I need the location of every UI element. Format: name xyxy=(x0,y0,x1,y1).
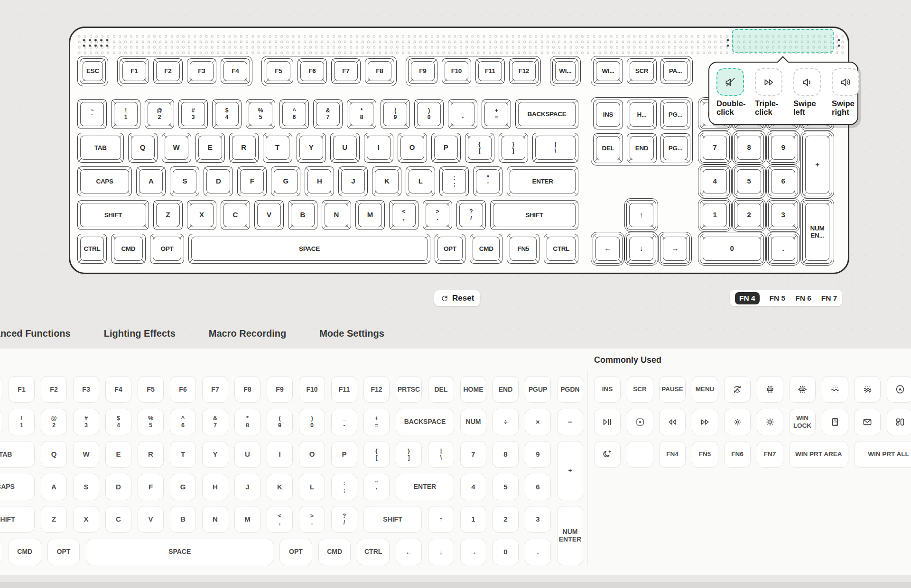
key-f11[interactable]: F11 xyxy=(475,58,505,84)
common-key-fn4[interactable]: FN4 xyxy=(659,441,686,468)
key-r[interactable]: R xyxy=(229,133,259,163)
pick-key-w[interactable]: W xyxy=(73,441,99,468)
key-f4[interactable]: F4 xyxy=(221,58,250,84)
fn-tab-fn-7[interactable]: FN 7 xyxy=(821,294,837,303)
key-arrow-down[interactable]: ↓ xyxy=(626,234,656,264)
pick-key-a[interactable]: A xyxy=(41,474,67,500)
pick-key-l[interactable]: L xyxy=(299,474,325,500)
pick-key-b[interactable]: B xyxy=(170,506,196,533)
pick-key-4[interactable]: $4 xyxy=(105,409,131,435)
tab-lighting-effects[interactable]: Lighting Effects xyxy=(104,328,176,339)
pick-key-enter[interactable]: ENTER xyxy=(396,474,454,500)
pick-key-symbol[interactable]: × xyxy=(525,409,551,435)
pick-key-del[interactable]: DEL xyxy=(428,376,454,403)
pick-key-9[interactable]: (9 xyxy=(267,409,293,435)
key-f8[interactable]: F8 xyxy=(365,58,394,84)
pick-key-num[interactable]: NUM xyxy=(460,409,486,435)
key-w[interactable]: W xyxy=(162,133,191,163)
key-3[interactable]: 3 xyxy=(768,200,798,230)
key-4[interactable]: 4 xyxy=(700,166,730,196)
pick-key-f2[interactable]: F2 xyxy=(41,376,67,403)
pick-key-symbol[interactable]: |\ xyxy=(428,441,454,468)
pick-key-f10[interactable]: F10 xyxy=(299,376,325,403)
key-p[interactable]: P xyxy=(431,133,461,163)
fn-tab-fn-4[interactable]: FN 4 xyxy=(735,292,760,304)
pick-key-ctrl[interactable]: CTRL xyxy=(357,539,390,565)
key-symbol[interactable]: :; xyxy=(439,166,469,196)
key-shift[interactable]: SHIFT xyxy=(490,200,578,230)
pick-key-f11[interactable]: F11 xyxy=(331,376,357,403)
key-f[interactable]: F xyxy=(237,166,267,196)
pick-key-f8[interactable]: F8 xyxy=(234,376,260,403)
pick-key-symbol[interactable]: → xyxy=(460,539,486,565)
pick-key-e[interactable]: E xyxy=(105,441,131,468)
pick-key-y[interactable]: Y xyxy=(202,441,228,468)
pick-key-f9[interactable]: F9 xyxy=(267,376,293,403)
key-l[interactable]: L xyxy=(406,166,435,196)
common-key-backlight-bright[interactable] xyxy=(789,376,816,403)
pick-key-f4[interactable]: F4 xyxy=(105,376,131,403)
key-2[interactable]: @2 xyxy=(145,99,174,129)
pick-key-8[interactable]: 8 xyxy=(493,441,519,468)
pick-key-symbol[interactable]: <, xyxy=(267,506,293,533)
pick-key-f7[interactable]: F7 xyxy=(202,376,228,403)
key-space[interactable]: SPACE xyxy=(188,234,430,264)
pick-key-2[interactable]: @2 xyxy=(41,409,67,435)
pick-key-symbol[interactable]: ~` xyxy=(0,409,2,435)
reset-button[interactable]: Reset xyxy=(434,290,480,306)
key-fn5[interactable]: FN5 xyxy=(507,234,539,264)
common-key-rotate-a[interactable]: A xyxy=(724,376,751,403)
key-symbol[interactable]: }] xyxy=(499,133,528,163)
pick-key-f6[interactable]: F6 xyxy=(170,376,196,403)
key-8[interactable]: *8 xyxy=(347,99,376,129)
key-pg[interactable]: PG... xyxy=(660,133,690,163)
pick-key-f12[interactable]: F12 xyxy=(363,376,390,403)
common-key-app-switcher[interactable] xyxy=(887,409,911,435)
key-esc[interactable]: ESC xyxy=(80,58,106,84)
pick-key-symbol[interactable]: }] xyxy=(396,441,422,468)
pick-key-shift[interactable]: SHIFT xyxy=(0,506,35,533)
common-key-pause[interactable]: PAUSE xyxy=(659,376,686,403)
pick-key-1[interactable]: 1 xyxy=(460,506,486,533)
pick-key-numpad-plus[interactable]: + xyxy=(557,441,583,500)
common-key-ins[interactable]: INS xyxy=(594,376,621,403)
pick-key-7[interactable]: 7 xyxy=(460,441,486,468)
pick-key-i[interactable]: I xyxy=(267,441,293,468)
common-key-symbol[interactable] xyxy=(627,441,653,468)
pick-key-shift[interactable]: SHIFT xyxy=(363,506,422,533)
key-cmd[interactable]: CMD xyxy=(470,234,502,264)
pick-key-symbol[interactable]: − xyxy=(557,409,583,435)
key-0[interactable]: 0 xyxy=(700,234,764,264)
key-symbol[interactable]: ~` xyxy=(77,99,107,129)
pick-key-6[interactable]: 6 xyxy=(525,474,551,500)
common-key-win-prt-all[interactable]: WIN PRT ALL xyxy=(854,441,911,468)
pick-key-n[interactable]: N xyxy=(202,506,228,533)
pick-key-symbol[interactable]: :; xyxy=(331,474,357,500)
key-backspace[interactable]: BACKSPACE xyxy=(515,99,578,129)
pick-key-esc[interactable]: ESC xyxy=(0,376,2,403)
pick-key-3[interactable]: 3 xyxy=(525,506,551,533)
pick-key-1[interactable]: !1 xyxy=(9,409,35,435)
pick-key-u[interactable]: U xyxy=(234,441,260,468)
key-8[interactable]: 8 xyxy=(734,133,764,163)
key-2[interactable]: 2 xyxy=(734,200,764,230)
key-5[interactable]: %5 xyxy=(246,99,275,129)
pick-key-5[interactable]: %5 xyxy=(138,409,164,435)
key-symbol[interactable]: |\ xyxy=(532,133,579,163)
common-key-brightness-down[interactable] xyxy=(724,409,751,435)
pick-key-prtsc[interactable]: PRTSC xyxy=(396,376,422,403)
key-9[interactable]: 9 xyxy=(768,133,798,163)
gesture-option-swipe-right[interactable]: Swipe right xyxy=(832,68,863,119)
pick-key-c[interactable]: C xyxy=(105,506,131,533)
key-n[interactable]: N xyxy=(322,200,351,230)
pick-key-0[interactable]: 0 xyxy=(493,539,519,565)
pick-key-space[interactable]: SPACE xyxy=(86,539,273,565)
key-b[interactable]: B xyxy=(288,200,317,230)
key-c[interactable]: C xyxy=(221,200,250,230)
key-e[interactable]: E xyxy=(195,133,225,163)
common-key-backlight[interactable] xyxy=(757,376,783,403)
common-key-fn7[interactable]: FN7 xyxy=(757,441,783,468)
pick-key-t[interactable]: T xyxy=(170,441,196,468)
pick-key-symbol[interactable]: {[ xyxy=(363,441,390,468)
pick-key-symbol[interactable]: ÷ xyxy=(493,409,519,435)
